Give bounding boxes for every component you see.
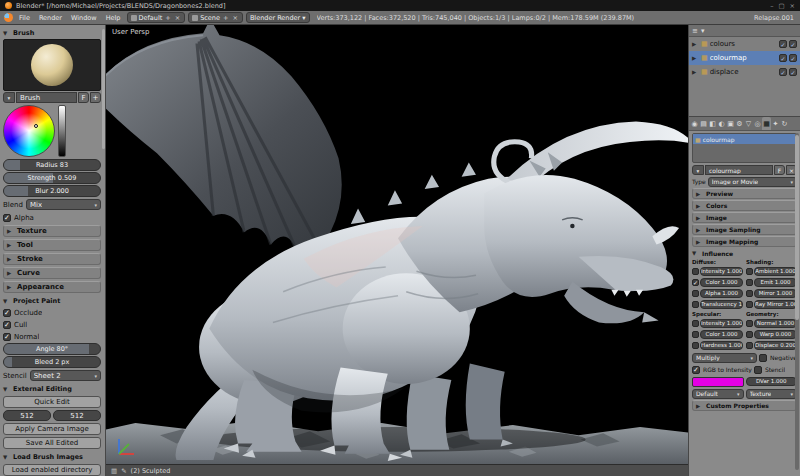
texture-slot-empty[interactable] xyxy=(693,144,796,154)
section-texture[interactable]: Texture xyxy=(3,225,101,237)
blend-mode-dropdown[interactable]: Mix ▾ xyxy=(26,199,101,210)
section-tool[interactable]: Tool xyxy=(3,239,101,251)
cull-checkbox[interactable]: Cull xyxy=(3,319,101,330)
object-tab-icon[interactable]: ▣ xyxy=(726,117,735,130)
hardness-slider[interactable]: Hardness 1.000 xyxy=(700,341,743,350)
outliner-row-displace[interactable]: ▦ displace xyxy=(689,65,800,79)
bump-method-dropdown[interactable]: Default ▾ xyxy=(692,389,744,399)
brush-preview[interactable] xyxy=(3,39,101,91)
checkbox-icon[interactable] xyxy=(746,290,753,297)
texture-type-dropdown[interactable]: Image or Movie ▾ xyxy=(708,177,797,187)
radius-slider[interactable]: Radius 83 xyxy=(3,159,101,171)
negative-checkbox[interactable]: Negative xyxy=(759,352,797,363)
checkbox-icon[interactable] xyxy=(746,320,753,327)
spec-color-influence[interactable]: Color 1.000 xyxy=(692,329,743,339)
color-wheel-cursor[interactable] xyxy=(34,124,38,128)
checkbox-icon[interactable] xyxy=(692,279,699,286)
angle-slider[interactable]: Angle 80° xyxy=(3,343,101,355)
ray-mirror-influence[interactable]: Ray Mirror 1.000 xyxy=(746,299,797,309)
panel-image-sampling[interactable]: Image Sampling xyxy=(692,224,797,235)
section-curve[interactable]: Curve xyxy=(3,267,101,279)
bump-space-dropdown[interactable]: Texture ▾ xyxy=(746,389,798,399)
stencil-checkbox[interactable]: Stencil xyxy=(754,364,785,375)
checkbox-icon[interactable] xyxy=(746,268,753,275)
modifiers-tab-icon[interactable]: ⚙ xyxy=(735,117,744,130)
displace-slider[interactable]: Displace 0.200 xyxy=(754,341,797,350)
emit-slider[interactable]: Emit 1.000 xyxy=(754,278,797,287)
brush-panel-header[interactable]: Brush xyxy=(3,27,101,38)
bleed-slider[interactable]: Bleed 2 px xyxy=(3,356,101,368)
checkbox-icon[interactable] xyxy=(746,279,753,286)
scene-remove-button[interactable]: × xyxy=(231,14,238,22)
editor-type-icon[interactable]: ▥ xyxy=(111,467,117,475)
restrict-render-icon[interactable] xyxy=(789,54,797,62)
render-tab-icon[interactable]: ◉ xyxy=(690,117,699,130)
apply-camera-image-button[interactable]: Apply Camera Image xyxy=(3,423,101,435)
screen-layout-add-button[interactable]: + xyxy=(164,14,171,22)
texture-name-field[interactable]: colourmap xyxy=(705,165,773,175)
scene-add-button[interactable]: + xyxy=(222,14,229,22)
texture-browse-icon[interactable]: ▾ xyxy=(692,165,704,175)
texture-fake-user-button[interactable]: F xyxy=(774,165,785,175)
alpha-checkbox[interactable]: Alpha xyxy=(3,212,101,223)
color-wheel[interactable] xyxy=(3,105,55,157)
ambient-influence[interactable]: Ambient 1.000 xyxy=(746,266,797,276)
panel-colors[interactable]: Colors xyxy=(692,200,797,211)
translucency-influence[interactable]: Translucency 1.000 xyxy=(692,299,743,309)
mode-icon[interactable]: ✎ xyxy=(121,467,126,475)
section-stroke[interactable]: Stroke xyxy=(3,253,101,265)
spec-intensity-slider[interactable]: Intensity 1.000 xyxy=(700,319,743,328)
checkbox-icon[interactable] xyxy=(692,320,699,327)
restrict-render-icon[interactable] xyxy=(789,40,797,48)
texture-slot-list[interactable]: ▦ colourmap xyxy=(692,133,797,163)
restrict-view-icon[interactable] xyxy=(779,68,787,76)
tool-shelf-scrollbar[interactable] xyxy=(102,29,105,149)
menu-render[interactable]: Render xyxy=(36,14,65,22)
color-value-slider[interactable] xyxy=(58,105,66,157)
normal-influence[interactable]: Normal 1.000 xyxy=(746,318,797,328)
brush-browse-icon[interactable]: ▾ xyxy=(3,92,15,103)
window-close-button[interactable]: × xyxy=(790,2,795,10)
mirror-influence[interactable]: Mirror 1.000 xyxy=(746,288,797,298)
mirror-slider[interactable]: Mirror 1.000 xyxy=(754,289,797,298)
screen-layout-dropdown[interactable]: Default + × xyxy=(127,12,186,23)
blur-slider[interactable]: Blur 2.000 xyxy=(3,185,101,197)
scene-dropdown[interactable]: Scene + × xyxy=(188,12,243,23)
window-maximize-button[interactable]: ▢ xyxy=(778,2,784,10)
checkbox-icon[interactable] xyxy=(692,290,699,297)
spec-color-slider[interactable]: Color 1.000 xyxy=(700,330,743,339)
color-influence[interactable]: Color 1.000 xyxy=(692,277,743,287)
window-minimize-button[interactable]: – xyxy=(770,2,773,10)
blender-logo-icon[interactable] xyxy=(4,13,13,22)
emit-influence[interactable]: Emit 1.000 xyxy=(746,277,797,287)
normal-checkbox[interactable]: Normal xyxy=(3,331,101,342)
stencil-layer-dropdown[interactable]: Sheet 2 ▾ xyxy=(30,370,101,381)
hardness-influence[interactable]: Hardness 1.000 xyxy=(692,340,743,350)
rgb-to-intensity-checkbox[interactable]: RGB to Intensity xyxy=(692,364,752,375)
spec-intensity-influence[interactable]: Intensity 1.000 xyxy=(692,318,743,328)
outliner-editor-icon[interactable]: ≡ xyxy=(692,27,698,35)
scene-tab-icon[interactable]: ◧ xyxy=(708,117,717,130)
render-layers-tab-icon[interactable]: ▤ xyxy=(699,117,708,130)
texture-tab-icon[interactable]: ▦ xyxy=(762,117,771,130)
normal-slider[interactable]: Normal 1.000 xyxy=(754,319,797,328)
displace-influence[interactable]: Displace 0.200 xyxy=(746,340,797,350)
scrollbar-thumb[interactable] xyxy=(795,135,799,320)
checkbox-icon[interactable] xyxy=(692,301,699,308)
texture-slot-empty[interactable] xyxy=(693,154,796,164)
particles-tab-icon[interactable]: ✦ xyxy=(771,117,780,130)
brush-fake-user-button[interactable]: F xyxy=(78,92,89,103)
translucency-slider[interactable]: Translucency 1.000 xyxy=(700,300,743,309)
dvar-slider[interactable]: DVar 1.000 xyxy=(746,377,798,386)
checkbox-icon[interactable] xyxy=(746,301,753,308)
world-tab-icon[interactable]: ◐ xyxy=(717,117,726,130)
window-titlebar[interactable]: Blender* [/home/Michael/Projects/BLENDS/… xyxy=(0,0,800,11)
warp-slider[interactable]: Warp 0.000 xyxy=(754,330,797,339)
menu-window[interactable]: Window xyxy=(68,14,100,22)
render-engine-dropdown[interactable]: Blender Render ▾ xyxy=(246,12,310,23)
outliner-filter-icon[interactable]: ▾ xyxy=(701,27,705,35)
outliner-row-colourmap[interactable]: ▦ colourmap xyxy=(689,51,800,65)
influence-blend-dropdown[interactable]: Multiply ▾ xyxy=(692,353,757,363)
intensity-influence[interactable]: Intensity 1.000 xyxy=(692,266,743,276)
panel-preview[interactable]: Preview xyxy=(692,188,797,199)
